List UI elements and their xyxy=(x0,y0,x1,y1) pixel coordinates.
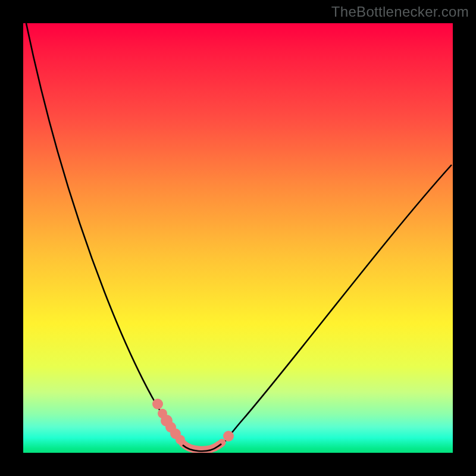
marker-dot xyxy=(152,399,163,409)
curve-left xyxy=(26,23,183,443)
curve-right xyxy=(220,165,452,445)
plot-area xyxy=(23,23,453,453)
chart-frame: TheBottlenecker.com xyxy=(0,0,476,476)
marker-dot xyxy=(176,435,185,444)
marker-dot xyxy=(223,431,234,441)
watermark-text: TheBottlenecker.com xyxy=(331,4,469,20)
marker-group xyxy=(152,399,234,444)
chart-svg xyxy=(23,23,453,453)
